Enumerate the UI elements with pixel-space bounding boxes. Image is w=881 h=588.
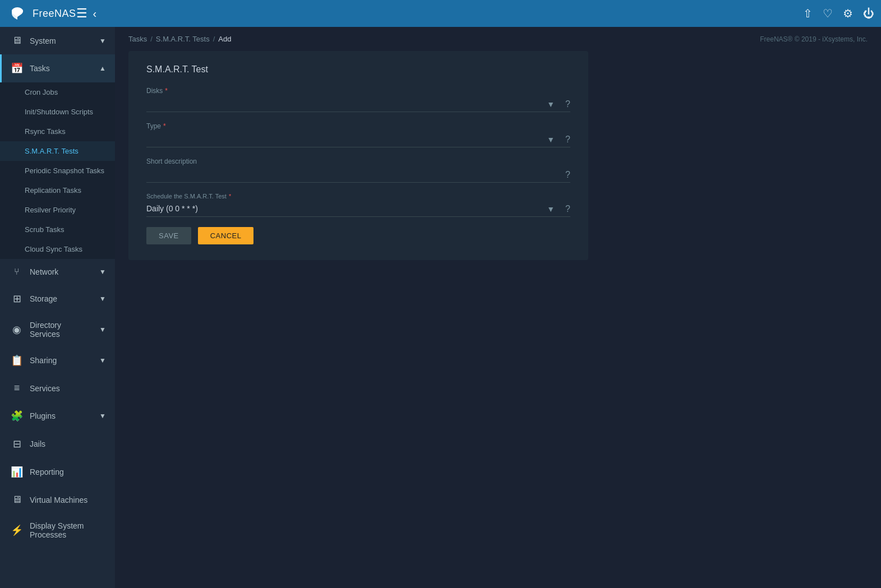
sidebar-item-periodic-snapshot[interactable]: Periodic Snapshot Tasks <box>0 161 115 180</box>
services-icon: ≡ <box>11 382 23 394</box>
sidebar-item-virtual-machines[interactable]: 🖥 Virtual Machines <box>0 486 115 513</box>
plugins-arrow-icon: ▼ <box>99 412 106 420</box>
system-icon: 🖥 <box>11 35 23 47</box>
sidebar-item-rsync-tasks[interactable]: Rsync Tasks <box>0 122 115 141</box>
rsync-tasks-label: Rsync Tasks <box>25 127 106 136</box>
replication-tasks-label: Replication Tasks <box>25 186 106 195</box>
sidebar-item-system[interactable]: 🖥 System ▼ <box>0 27 115 54</box>
system-arrow-icon: ▼ <box>99 37 106 45</box>
sidebar-item-reporting-label: Reporting <box>30 467 106 476</box>
schedule-help-icon[interactable]: ? <box>565 204 570 214</box>
power-icon[interactable]: ⏻ <box>863 7 874 20</box>
disks-required-mark: * <box>165 87 168 95</box>
disks-select[interactable] <box>146 96 570 112</box>
sidebar-item-plugins[interactable]: 🧩 Plugins ▼ <box>0 402 115 430</box>
reporting-icon: 📊 <box>11 466 23 478</box>
sidebar-item-display-system-processes[interactable]: ⚡ Display System Processes <box>0 513 115 547</box>
sharing-icon: 📋 <box>11 354 23 367</box>
sidebar-item-cron-jobs[interactable]: Cron Jobs <box>0 82 115 102</box>
sidebar-item-services[interactable]: ≡ Services <box>0 374 115 402</box>
notifications-icon[interactable]: ♡ <box>823 7 833 20</box>
back-icon[interactable]: ‹ <box>93 7 97 20</box>
plugins-icon: 🧩 <box>11 410 23 422</box>
sidebar-item-jails-label: Jails <box>30 439 106 448</box>
directory-services-arrow-icon: ▼ <box>99 326 106 334</box>
sidebar-item-plugins-label: Plugins <box>30 411 93 420</box>
type-select[interactable]: Long Short Conveyance Offline <box>146 131 570 147</box>
schedule-field-group: Schedule the S.M.A.R.T. Test * Daily (0 … <box>146 193 570 217</box>
short-description-label: Short description <box>146 158 570 165</box>
breadcrumb-sep-2: / <box>213 35 215 43</box>
network-icon: ⑂ <box>11 267 23 277</box>
form-actions: SAVE CANCEL <box>146 227 570 244</box>
breadcrumb-add: Add <box>218 35 231 43</box>
type-help-icon[interactable]: ? <box>565 135 570 145</box>
upload-icon[interactable]: ⇧ <box>803 7 813 20</box>
breadcrumb-left: Tasks / S.M.A.R.T. Tests / Add <box>128 35 231 43</box>
type-label: Type * <box>146 122 570 130</box>
logo-text: FreeNAS <box>33 8 76 20</box>
storage-arrow-icon: ▼ <box>99 295 106 303</box>
short-description-help-icon[interactable]: ? <box>565 170 570 180</box>
sidebar-item-network[interactable]: ⑂ Network ▼ <box>0 259 115 285</box>
sidebar-item-sharing-label: Sharing <box>30 356 93 365</box>
sharing-arrow-icon: ▼ <box>99 356 106 364</box>
network-arrow-icon: ▼ <box>99 268 106 276</box>
tasks-arrow-icon: ▲ <box>99 64 106 72</box>
directory-services-icon: ◉ <box>11 323 23 336</box>
settings-icon[interactable]: ⚙ <box>843 7 853 20</box>
form-title: S.M.A.R.T. Test <box>146 64 570 75</box>
sidebar-item-storage[interactable]: ⊞ Storage ▼ <box>0 285 115 313</box>
hamburger-menu-icon[interactable]: ☰ <box>76 6 87 21</box>
sidebar-item-directory-services[interactable]: ◉ Directory Services ▼ <box>0 313 115 346</box>
sidebar-item-virtual-machines-label: Virtual Machines <box>30 496 106 504</box>
save-button[interactable]: SAVE <box>146 227 191 244</box>
cron-jobs-label: Cron Jobs <box>25 88 106 96</box>
disks-help-icon[interactable]: ? <box>565 99 570 109</box>
sidebar-item-cloud-sync-tasks[interactable]: Cloud Sync Tasks <box>0 239 115 259</box>
short-description-input[interactable] <box>146 166 570 183</box>
short-description-control-wrapper: ? <box>146 166 570 183</box>
breadcrumb-smart-tests[interactable]: S.M.A.R.T. Tests <box>156 35 210 43</box>
jails-icon: ⊟ <box>11 438 23 450</box>
cloud-sync-tasks-label: Cloud Sync Tasks <box>25 245 106 253</box>
sidebar-item-replication-tasks[interactable]: Replication Tasks <box>0 180 115 200</box>
disks-field-group: Disks * ▼ ? <box>146 87 570 112</box>
sidebar-item-tasks[interactable]: 📅 Tasks ▲ <box>0 54 115 82</box>
sidebar-item-tasks-label: Tasks <box>30 64 93 73</box>
nav-actions: ⇧ ♡ ⚙ ⏻ <box>803 7 874 20</box>
sidebar-item-scrub-tasks[interactable]: Scrub Tasks <box>0 220 115 239</box>
tasks-submenu: Cron Jobs Init/Shutdown Scripts Rsync Ta… <box>0 82 115 259</box>
main-layout: 🖥 System ▼ 📅 Tasks ▲ Cron Jobs Init/Shut… <box>0 27 881 588</box>
type-control-wrapper: Long Short Conveyance Offline ▼ ? <box>146 131 570 147</box>
breadcrumb: Tasks / S.M.A.R.T. Tests / Add FreeNAS® … <box>115 27 881 51</box>
sidebar-item-services-label: Services <box>30 384 106 393</box>
display-system-processes-icon: ⚡ <box>11 524 23 536</box>
schedule-select[interactable]: Daily (0 0 * * *) Hourly (0 * * * *) Wee… <box>146 201 570 217</box>
sidebar-item-resilver-priority[interactable]: Resilver Priority <box>0 200 115 220</box>
type-field-group: Type * Long Short Conveyance Offline ▼ ? <box>146 122 570 147</box>
periodic-snapshot-label: Periodic Snapshot Tasks <box>25 166 106 175</box>
cancel-button[interactable]: CANCEL <box>198 227 254 244</box>
sidebar-item-sharing[interactable]: 📋 Sharing ▼ <box>0 346 115 374</box>
disks-label: Disks * <box>146 87 570 95</box>
smart-tests-label: S.M.A.R.T. Tests <box>25 147 106 155</box>
schedule-control-wrapper: Daily (0 0 * * *) Hourly (0 * * * *) Wee… <box>146 201 570 217</box>
sidebar-item-jails[interactable]: ⊟ Jails <box>0 430 115 458</box>
breadcrumb-tasks[interactable]: Tasks <box>128 35 147 43</box>
copyright-text: FreeNAS® © 2019 - iXsystems, Inc. <box>760 35 868 43</box>
resilver-priority-label: Resilver Priority <box>25 206 106 214</box>
sidebar-item-reporting[interactable]: 📊 Reporting <box>0 458 115 486</box>
smart-test-form-card: S.M.A.R.T. Test Disks * ▼ ? Type <box>128 51 588 260</box>
disks-control-wrapper: ▼ ? <box>146 96 570 112</box>
sidebar-item-init-shutdown[interactable]: Init/Shutdown Scripts <box>0 102 115 122</box>
sidebar-item-directory-services-label: Directory Services <box>30 321 93 339</box>
virtual-machines-icon: 🖥 <box>11 494 23 506</box>
type-required-mark: * <box>163 122 166 130</box>
sidebar-item-storage-label: Storage <box>30 294 93 303</box>
sidebar-item-display-system-processes-label: Display System Processes <box>30 521 106 539</box>
breadcrumb-sep-1: / <box>150 35 153 43</box>
sidebar-item-smart-tests[interactable]: S.M.A.R.T. Tests <box>0 141 115 161</box>
logo: FreeNAS <box>7 3 76 24</box>
top-navigation: FreeNAS ☰ ‹ ⇧ ♡ ⚙ ⏻ <box>0 0 881 27</box>
